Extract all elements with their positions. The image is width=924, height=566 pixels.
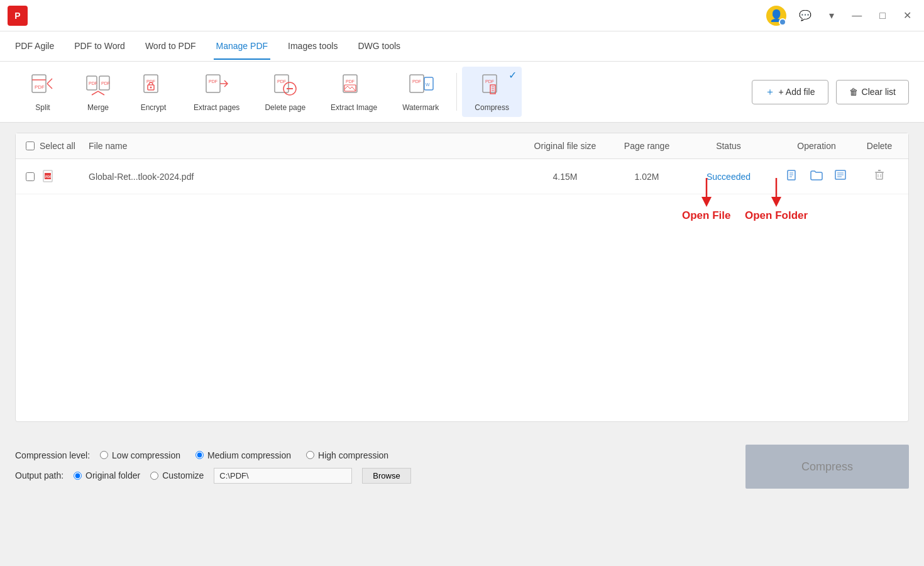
compression-radio-group: Low compression Medium compression High … — [100, 450, 388, 460]
encrypt-label: Encrypt — [141, 103, 167, 112]
medium-compression-label: Medium compression — [207, 450, 291, 460]
settings-col: Compression level: Low compression Mediu… — [15, 450, 745, 484]
browse-button[interactable]: Browse — [362, 468, 410, 484]
extract-image-icon: PDF — [339, 72, 369, 102]
select-all-label: Select all — [40, 141, 75, 151]
compress-label: Compress — [475, 103, 509, 112]
customize-label: Customize — [162, 470, 204, 480]
output-path-label: Output path: — [15, 470, 63, 480]
list-view-icon — [833, 168, 847, 182]
navbar: PDF Agile PDF to Word Word to PDF Manage… — [0, 31, 924, 62]
merge-label: Merge — [87, 103, 109, 112]
nav-item-dwg-tools[interactable]: DWG tools — [355, 33, 403, 60]
compress-button-label: Compress — [801, 460, 853, 473]
operation-header: Operation — [773, 141, 861, 151]
svg-text:PDF: PDF — [209, 79, 217, 84]
medium-compression-radio[interactable] — [195, 451, 204, 459]
table-header: Select all File name Original file size … — [16, 133, 908, 159]
file-area: Select all File name Original file size … — [15, 133, 909, 422]
tool-extract-pages[interactable]: PDF Extract pages — [181, 67, 252, 117]
customize-radio[interactable] — [150, 472, 158, 480]
high-compression-radio[interactable] — [306, 451, 314, 459]
extract-pages-label: Extract pages — [194, 103, 239, 112]
compression-level-label: Compression level: — [15, 450, 90, 460]
tool-extract-image[interactable]: PDF Extract Image — [318, 67, 390, 117]
avatar-badge — [779, 18, 786, 26]
app-logo: P — [8, 6, 28, 26]
clear-list-label: Clear list — [862, 87, 896, 97]
output-path-input[interactable] — [214, 468, 352, 484]
maximize-button[interactable]: □ — [874, 8, 891, 24]
avatar[interactable]: 👤 — [766, 6, 786, 26]
tool-group: PDF Split PDF PDF Merge — [15, 67, 522, 117]
tool-watermark[interactable]: PDF W Watermark — [390, 67, 451, 117]
original-folder-radio[interactable] — [74, 472, 82, 480]
compress-check-icon: ✓ — [509, 69, 517, 81]
watermark-icon: PDF W — [405, 72, 436, 102]
medium-compression-option[interactable]: Medium compression — [195, 450, 291, 460]
titlebar: P 👤 💬 ▾ — □ ✕ — [0, 0, 924, 31]
nav-item-pdf-to-word[interactable]: PDF to Word — [72, 33, 128, 60]
tool-encrypt[interactable]: PDF Encrypt — [126, 67, 181, 117]
filename-header: File name — [89, 141, 521, 151]
svg-point-10 — [150, 87, 152, 89]
open-folder-annotation: Open Folder — [745, 178, 808, 222]
toolbar-actions: ＋ + Add file 🗑 Clear list — [752, 80, 909, 104]
row-original-size: 4.15M — [521, 172, 609, 182]
original-folder-option[interactable]: Original folder — [74, 470, 140, 480]
bottom-bar: Compression level: Low compression Mediu… — [0, 432, 924, 501]
watermark-label: Watermark — [402, 103, 439, 112]
chat-icon-btn[interactable]: 💬 — [794, 7, 817, 24]
low-compression-radio[interactable] — [100, 451, 108, 459]
row-checkbox[interactable] — [26, 172, 35, 181]
nav-item-pdf-agile[interactable]: PDF Agile — [13, 33, 57, 60]
split-icon: PDF — [28, 72, 58, 102]
svg-text:W: W — [426, 82, 430, 87]
row-check-cell: PDF — [26, 170, 89, 184]
encrypt-icon: PDF — [138, 72, 168, 102]
nav-item-word-to-pdf[interactable]: Word to PDF — [143, 33, 199, 60]
nav-item-manage-pdf[interactable]: Manage PDF — [214, 33, 270, 60]
row-page-range: 1.02M — [609, 172, 685, 182]
svg-rect-24 — [483, 75, 497, 92]
nav-item-images-tools[interactable]: Images tools — [285, 33, 340, 60]
compression-level-row: Compression level: Low compression Mediu… — [15, 450, 745, 460]
delete-row-button[interactable] — [870, 168, 889, 185]
svg-marker-48 — [771, 197, 781, 207]
high-compression-option[interactable]: High compression — [306, 450, 388, 460]
page-range-header: Page range — [609, 141, 685, 151]
svg-text:PDF: PDF — [346, 79, 355, 84]
svg-rect-40 — [876, 172, 883, 179]
open-folder-button[interactable] — [806, 167, 827, 186]
tool-compress[interactable]: ✓ PDF Compress — [462, 67, 522, 117]
tool-merge[interactable]: PDF PDF Merge — [70, 67, 126, 117]
svg-marker-46 — [701, 197, 712, 207]
svg-text:PDF: PDF — [412, 79, 421, 84]
svg-text:PDF: PDF — [45, 175, 52, 179]
open-list-button[interactable] — [830, 167, 851, 186]
low-compression-option[interactable]: Low compression — [100, 450, 180, 460]
table-body: PDF Global-Ret...tlook-2024.pdf 4.15M 1.… — [16, 159, 908, 194]
tool-split[interactable]: PDF Split — [15, 67, 70, 117]
svg-text:PDF: PDF — [101, 81, 110, 86]
open-folder-icon — [810, 168, 823, 182]
svg-rect-20 — [410, 75, 424, 92]
svg-text:PDF: PDF — [35, 84, 45, 90]
extract-image-label: Extract Image — [331, 103, 377, 112]
open-folder-arrow — [764, 178, 789, 209]
select-all-checkbox[interactable] — [26, 142, 35, 150]
customize-option[interactable]: Customize — [150, 470, 204, 480]
toolbar-divider — [456, 73, 457, 111]
open-file-arrow — [694, 178, 719, 209]
minimize-button[interactable]: — — [847, 8, 867, 24]
close-button[interactable]: ✕ — [898, 7, 916, 24]
clear-list-button[interactable]: 🗑 Clear list — [836, 80, 909, 104]
compress-button[interactable]: Compress — [745, 445, 909, 489]
filter-icon-btn[interactable]: ▾ — [824, 7, 839, 24]
row-delete — [861, 168, 898, 185]
trash-icon — [874, 169, 885, 180]
delete-header: Delete — [861, 141, 898, 151]
tool-delete-page[interactable]: PDF Delete page — [252, 67, 318, 117]
add-file-button[interactable]: ＋ + Add file — [752, 80, 828, 104]
add-file-label: + Add file — [779, 87, 815, 97]
